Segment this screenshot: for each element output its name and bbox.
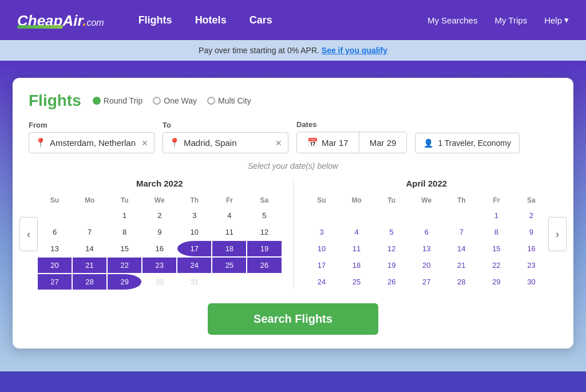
traveler-button[interactable]: 👤 1 Traveler, Economy — [415, 133, 520, 153]
cal-day-range-start[interactable]: 17 — [177, 241, 211, 256]
cal-day-in-range[interactable]: 18 — [212, 241, 246, 256]
date-start-button[interactable]: 📅 Mar 17 — [297, 132, 359, 153]
round-trip-radio[interactable] — [93, 97, 101, 105]
nav-my-searches[interactable]: My Searches — [427, 15, 478, 25]
cal-day[interactable]: 24 — [305, 274, 339, 290]
cal-day-in-range[interactable]: 27 — [38, 274, 72, 290]
cal-day[interactable]: 9 — [514, 224, 548, 240]
trip-multi-city[interactable]: Multi City — [207, 96, 251, 105]
cal-day[interactable]: 15 — [108, 241, 141, 256]
cal-day[interactable]: 7 — [445, 224, 478, 240]
cal-day[interactable]: 15 — [480, 241, 513, 256]
cal-day-gray: 31 — [177, 274, 211, 290]
cal-day[interactable]: 10 — [177, 224, 211, 240]
to-input[interactable] — [184, 138, 270, 148]
cal-day[interactable]: 8 — [108, 224, 141, 240]
from-clear-button[interactable]: ✕ — [141, 138, 148, 148]
nav-help[interactable]: Help ▾ — [544, 15, 569, 25]
to-clear-button[interactable]: ✕ — [275, 138, 282, 148]
cal-day[interactable]: 28 — [445, 274, 478, 290]
calendar-next-button[interactable]: › — [548, 217, 567, 251]
navbar: CheapAir.com Flights Hotels Cars My Sear… — [0, 0, 586, 40]
cal-day[interactable]: 29 — [480, 274, 513, 290]
cal-day[interactable]: 20 — [410, 258, 444, 273]
april-header-mo: Mo — [340, 194, 374, 207]
cal-day[interactable]: 17 — [305, 258, 339, 273]
calendar-divider — [293, 179, 294, 290]
one-way-radio[interactable] — [153, 97, 161, 105]
dates-inputs: 📅 Mar 17 Mar 29 — [296, 132, 407, 153]
promo-link[interactable]: See if you qualify — [322, 46, 387, 55]
calendars-container: ‹ March 2022 Su Mo Tu We Th Fr Sa — [29, 179, 557, 290]
cal-day[interactable]: 1 — [108, 208, 141, 223]
cal-day[interactable]: 14 — [73, 241, 106, 256]
cal-day-in-range[interactable]: 25 — [212, 258, 246, 273]
cal-day[interactable]: 25 — [340, 274, 374, 290]
cal-day[interactable]: 22 — [480, 258, 513, 273]
cal-day[interactable]: 5 — [247, 208, 281, 223]
cal-day[interactable]: 19 — [375, 258, 409, 273]
cal-day[interactable]: 13 — [410, 241, 444, 256]
april-header-tu: Tu — [375, 194, 409, 207]
cal-day-in-range[interactable]: 20 — [38, 258, 72, 273]
cal-day[interactable]: 23 — [514, 258, 548, 273]
cal-day[interactable]: 13 — [38, 241, 72, 256]
april-grid: Su Mo Tu We Th Fr Sa 1 2 — [305, 194, 549, 290]
cal-day[interactable]: 4 — [212, 208, 246, 223]
march-header-tu: Tu — [108, 194, 141, 207]
cal-day[interactable]: 11 — [212, 224, 246, 240]
cal-day-in-range[interactable]: 24 — [177, 258, 211, 273]
trip-round-trip[interactable]: Round Trip — [93, 96, 142, 105]
cal-day[interactable]: 16 — [514, 241, 548, 256]
cal-day-in-range[interactable]: 19 — [247, 241, 281, 256]
march-header-th: Th — [177, 194, 211, 207]
cal-day[interactable]: 11 — [340, 241, 374, 256]
search-flights-button[interactable]: Search Flights — [208, 303, 378, 335]
nav-flights[interactable]: Flights — [138, 14, 172, 26]
nav-hotels[interactable]: Hotels — [195, 14, 227, 26]
trip-one-way[interactable]: One Way — [153, 96, 197, 105]
cal-day[interactable]: 2 — [142, 208, 176, 223]
cal-day[interactable]: 27 — [410, 274, 444, 290]
cal-day[interactable]: 12 — [247, 224, 281, 240]
nav-cars[interactable]: Cars — [250, 14, 272, 26]
cal-day[interactable]: 3 — [177, 208, 211, 223]
cal-day[interactable]: 10 — [305, 241, 339, 256]
cal-day[interactable]: 2 — [514, 208, 548, 223]
cal-day[interactable]: 4 — [340, 224, 374, 240]
cal-day[interactable]: 6 — [38, 224, 72, 240]
nav-my-trips[interactable]: My Trips — [494, 15, 527, 25]
cal-day[interactable]: 6 — [410, 224, 444, 240]
date-end-button[interactable]: Mar 29 — [359, 132, 407, 153]
trip-options: Round Trip One Way Multi City — [93, 96, 251, 105]
cal-day-in-range[interactable]: 26 — [247, 258, 281, 273]
cal-day — [38, 208, 72, 223]
cal-day[interactable]: 3 — [305, 224, 339, 240]
cal-day-in-range[interactable]: 23 — [142, 258, 176, 273]
cal-day[interactable]: 14 — [445, 241, 478, 256]
cal-day[interactable]: 18 — [340, 258, 374, 273]
cal-day[interactable]: 8 — [480, 224, 513, 240]
promo-bar: Pay over time starting at 0% APR. See if… — [0, 40, 586, 61]
cal-day[interactable]: 16 — [142, 241, 176, 256]
date-start-value: Mar 17 — [322, 138, 349, 148]
calendar-prev-button[interactable]: ‹ — [19, 217, 38, 251]
calendar-section: Select your date(s) below ‹ March 2022 S… — [29, 161, 557, 290]
cal-day[interactable]: 1 — [480, 208, 513, 223]
cal-day[interactable]: 7 — [73, 224, 106, 240]
cal-day[interactable]: 26 — [375, 274, 409, 290]
from-input[interactable] — [50, 138, 136, 148]
cal-day[interactable]: 21 — [445, 258, 478, 273]
cal-day-range-end[interactable]: 29 — [108, 274, 141, 290]
logo[interactable]: CheapAir.com — [17, 12, 138, 29]
multi-city-radio[interactable] — [207, 97, 215, 105]
cal-day[interactable]: 9 — [142, 224, 176, 240]
cal-day-in-range[interactable]: 21 — [73, 258, 106, 273]
cal-day-in-range[interactable]: 22 — [108, 258, 141, 273]
cal-day[interactable]: 12 — [375, 241, 409, 256]
april-header-we: We — [410, 194, 444, 207]
from-label: From — [29, 121, 155, 129]
cal-day[interactable]: 5 — [375, 224, 409, 240]
cal-day[interactable]: 30 — [514, 274, 548, 290]
cal-day-in-range[interactable]: 28 — [73, 274, 106, 290]
